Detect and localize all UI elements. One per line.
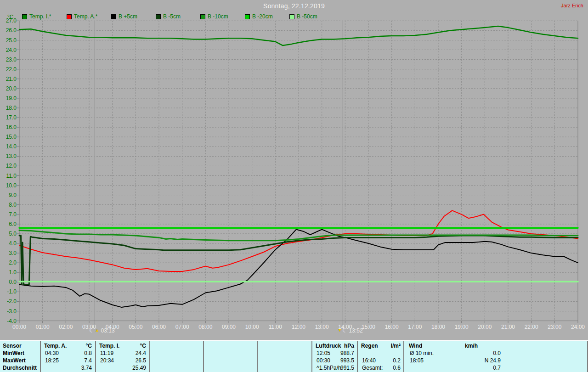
svg-text:24.0: 24.0: [6, 47, 17, 53]
table-cell: °C: [96, 343, 146, 349]
svg-text:20:00: 20:00: [478, 324, 492, 330]
svg-text:08:00: 08:00: [198, 324, 212, 330]
temperature-line-chart: 27.026.025.024.023.022.021.020.019.018.0…: [0, 0, 588, 340]
svg-text:10.0: 10.0: [6, 182, 17, 189]
table-cell: 991.5: [313, 365, 354, 371]
svg-text:05:00: 05:00: [129, 324, 142, 330]
stats-table: SensorTemp. A.°CTemp. I.°CLuftdruckhPaRe…: [0, 340, 588, 372]
svg-text:21.0: 21.0: [6, 76, 17, 82]
table-cell: 993.5: [313, 357, 354, 364]
svg-text:17:00: 17:00: [408, 324, 422, 330]
table-cell: 0.6: [358, 365, 401, 371]
svg-text:22:00: 22:00: [525, 324, 538, 330]
arrow-up-icon: ▲: [95, 328, 99, 333]
svg-text:-3.0: -3.0: [7, 308, 17, 315]
arrow-down-icon: ▼: [338, 328, 342, 333]
svg-text:13.0: 13.0: [6, 153, 17, 159]
table-divider: [357, 341, 358, 372]
svg-text:6.0: 6.0: [9, 221, 17, 227]
table-cell: hPa: [313, 343, 354, 349]
svg-text:00:00: 00:00: [12, 324, 26, 330]
table-cell: 988.7: [313, 350, 354, 356]
svg-text:17.0: 17.0: [6, 114, 17, 121]
table-cell: km/h: [406, 343, 478, 349]
svg-text:19:00: 19:00: [455, 324, 469, 330]
table-divider: [40, 341, 41, 372]
svg-text:14.0: 14.0: [6, 143, 17, 150]
table-cell: l/m²: [358, 343, 401, 349]
svg-text:15.0: 15.0: [6, 134, 17, 140]
svg-text:5.0: 5.0: [9, 231, 17, 237]
table-cell: MaxWert: [3, 357, 26, 364]
table-divider: [403, 341, 404, 372]
svg-text:23:00: 23:00: [548, 324, 561, 330]
svg-text:06:00: 06:00: [152, 324, 166, 330]
svg-text:24:00: 24:00: [571, 324, 585, 330]
event-time-label: 03:13: [101, 327, 115, 334]
svg-text:26.0: 26.0: [6, 27, 17, 34]
svg-text:0.0: 0.0: [9, 279, 17, 285]
svg-text:02:00: 02:00: [59, 324, 73, 330]
svg-text:7.0: 7.0: [9, 211, 17, 218]
svg-text:27.0: 27.0: [6, 17, 17, 24]
table-divider: [311, 341, 312, 372]
table-cell: MinWert: [3, 350, 24, 356]
moon-icon: ☾: [342, 327, 348, 333]
svg-text:15:00: 15:00: [362, 324, 375, 330]
svg-text:18.0: 18.0: [6, 105, 17, 111]
svg-text:16.0: 16.0: [6, 124, 17, 130]
svg-text:07:00: 07:00: [175, 324, 189, 330]
table-divider: [257, 341, 258, 372]
table-cell: 3.74: [41, 365, 92, 371]
svg-text:20.0: 20.0: [6, 85, 17, 92]
svg-text:9.0: 9.0: [9, 192, 17, 198]
event-time-label: 13:52: [349, 327, 363, 334]
table-cell: 7.4: [41, 357, 92, 364]
svg-text:23.0: 23.0: [6, 56, 17, 63]
axes: 27.026.025.024.023.022.021.020.019.018.0…: [6, 17, 585, 330]
table-cell: Durchschnitt: [3, 365, 37, 371]
svg-text:-2.0: -2.0: [7, 298, 17, 304]
svg-text:25.0: 25.0: [6, 37, 17, 44]
weather-day-chart-app: { "header": { "title": "Sonntag, 22.12.2…: [0, 0, 588, 372]
table-cell: 0.2: [358, 357, 401, 364]
svg-text:11.0: 11.0: [6, 173, 17, 179]
svg-text:16:00: 16:00: [385, 324, 399, 330]
svg-text:-4.0: -4.0: [7, 318, 17, 324]
table-cell: °C: [41, 343, 92, 349]
table-cell: N 24.9: [406, 357, 501, 364]
table-cell: 0.8: [41, 350, 92, 356]
svg-text:22.0: 22.0: [6, 66, 17, 73]
table-cell: 25.49: [96, 365, 146, 371]
svg-text:8.0: 8.0: [9, 202, 17, 208]
svg-text:21:00: 21:00: [501, 324, 515, 330]
table-cell: 0.7: [406, 365, 501, 371]
table-cell: 24.4: [96, 350, 146, 356]
svg-text:10:00: 10:00: [245, 324, 259, 330]
svg-text:-1.0: -1.0: [7, 288, 17, 295]
table-cell: 0.0: [406, 350, 501, 356]
svg-text:12.0: 12.0: [6, 163, 17, 169]
table-divider: [95, 341, 96, 372]
table-cell: 26.5: [96, 357, 146, 364]
table-divider: [203, 341, 204, 372]
svg-text:2.0: 2.0: [9, 259, 17, 266]
gridlines: [19, 21, 578, 321]
svg-text:4.0: 4.0: [9, 240, 17, 247]
table-cell: Sensor: [3, 343, 22, 349]
svg-text:11:00: 11:00: [269, 324, 282, 330]
svg-text:3.0: 3.0: [9, 250, 17, 256]
svg-text:13:00: 13:00: [315, 324, 329, 330]
series-b-minus10cm: [19, 231, 578, 241]
table-divider: [149, 341, 150, 372]
event-marker-1352: ▼☾13:52: [337, 327, 363, 334]
svg-text:18:00: 18:00: [431, 324, 445, 330]
event-marker-lines: [94, 21, 342, 327]
event-marker-0313: ☾▲03:13: [89, 327, 115, 334]
svg-text:12:00: 12:00: [292, 324, 305, 330]
moon-icon: ☾: [89, 327, 95, 333]
svg-text:01:00: 01:00: [36, 324, 50, 330]
svg-text:19.0: 19.0: [6, 95, 17, 101]
svg-text:1.0: 1.0: [9, 269, 17, 276]
svg-text:09:00: 09:00: [222, 324, 236, 330]
